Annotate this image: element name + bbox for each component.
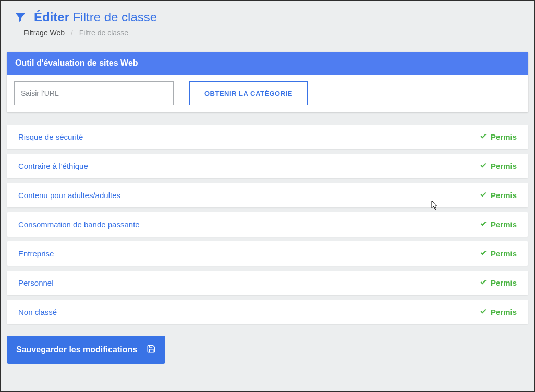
page-title: Éditer Filtre de classe <box>34 10 157 24</box>
breadcrumb-level2: Filtre de classe <box>79 29 128 37</box>
status-label: Permis <box>491 132 517 141</box>
status-label: Permis <box>491 162 517 170</box>
status-badge: Permis <box>480 308 517 316</box>
page-title-bold: Éditer <box>34 10 69 24</box>
status-badge: Permis <box>480 162 517 170</box>
check-icon <box>480 220 487 229</box>
evaluation-tool-card: Outil d'évaluation de sites Web OBTENIR … <box>7 52 528 112</box>
category-link[interactable]: Contraire à l'éthique <box>18 162 88 170</box>
status-label: Permis <box>491 191 517 200</box>
category-link[interactable]: Contenu pour adultes/adultes <box>18 191 120 200</box>
check-icon <box>480 132 487 141</box>
check-icon <box>480 191 487 200</box>
evaluation-tool-header: Outil d'évaluation de sites Web <box>7 52 528 75</box>
get-category-button[interactable]: OBTENIR LA CATÉGORIE <box>189 81 308 105</box>
status-label: Permis <box>491 220 517 229</box>
save-button-label: Sauvegarder les modifications <box>16 345 137 354</box>
save-button[interactable]: Sauvegarder les modifications <box>7 336 165 364</box>
category-link[interactable]: Consommation de bande passante <box>18 220 140 229</box>
page-header: Éditer Filtre de classe <box>7 10 528 24</box>
category-link[interactable]: Risque de sécurité <box>18 132 83 141</box>
category-link[interactable]: Entreprise <box>18 249 54 258</box>
category-list: Risque de sécurité Permis Contraire à l'… <box>7 125 528 324</box>
status-label: Permis <box>491 278 517 287</box>
breadcrumb-level1[interactable]: Filtrage Web <box>23 29 65 37</box>
category-item-personal[interactable]: Personnel Permis <box>7 271 528 295</box>
category-link[interactable]: Personnel <box>18 278 54 287</box>
category-item-security-risk[interactable]: Risque de sécurité Permis <box>7 125 528 149</box>
status-badge: Permis <box>480 191 517 200</box>
category-item-adult-content[interactable]: Contenu pour adultes/adultes Permis <box>7 183 528 207</box>
status-label: Permis <box>491 308 517 316</box>
status-badge: Permis <box>480 132 517 141</box>
category-item-enterprise[interactable]: Entreprise Permis <box>7 241 528 266</box>
status-badge: Permis <box>480 278 517 287</box>
page-title-rest: Filtre de classe <box>73 10 157 24</box>
evaluation-tool-body: OBTENIR LA CATÉGORIE <box>7 75 528 112</box>
status-badge: Permis <box>480 220 517 229</box>
status-label: Permis <box>491 249 517 258</box>
check-icon <box>480 162 487 170</box>
category-item-unethical[interactable]: Contraire à l'éthique Permis <box>7 154 528 178</box>
filter-icon <box>14 11 27 23</box>
category-item-bandwidth[interactable]: Consommation de bande passante Permis <box>7 212 528 237</box>
category-item-unclassified[interactable]: Non classé Permis <box>7 300 528 324</box>
check-icon <box>480 308 487 316</box>
check-icon <box>480 278 487 287</box>
save-icon <box>147 344 156 356</box>
url-input[interactable] <box>14 81 174 105</box>
category-link[interactable]: Non classé <box>18 308 57 316</box>
breadcrumb: Filtrage Web / Filtre de classe <box>7 29 528 37</box>
breadcrumb-separator: / <box>71 29 73 37</box>
status-badge: Permis <box>480 249 517 258</box>
check-icon <box>480 249 487 258</box>
